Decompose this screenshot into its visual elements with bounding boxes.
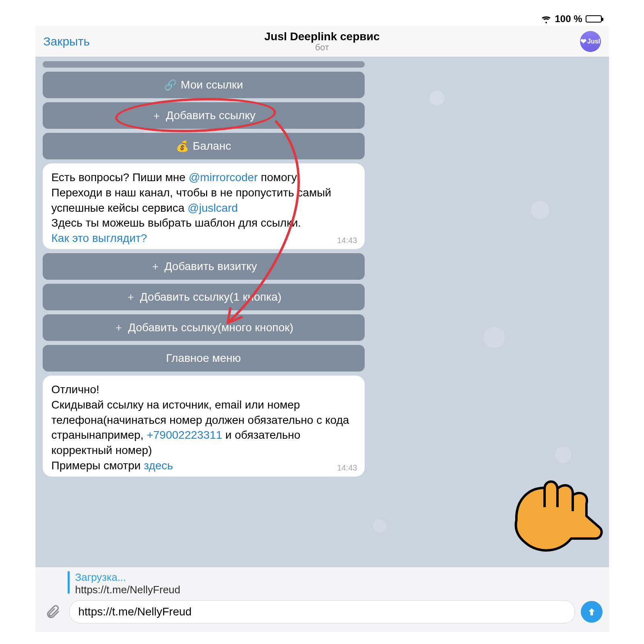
message-bubble: Отлично! Скидывай ссылку на источник, em… [43, 376, 365, 477]
inline-button-label: Мои ссылки [181, 78, 243, 91]
inline-button-main-menu[interactable]: Главное меню [43, 345, 365, 372]
inline-button-balance[interactable]: 💰 Баланс [43, 133, 365, 159]
inline-button-label: Баланс [193, 140, 231, 153]
inline-button-my-links[interactable]: 🔗 Мои ссылки [43, 72, 365, 98]
plus-icon: ＋ [114, 320, 124, 334]
status-bar: 100 % [35, 12, 609, 26]
plus-icon: ＋ [150, 259, 161, 273]
bubble-partial [43, 61, 365, 68]
message-text: помогу [261, 171, 297, 184]
link-icon: 🔗 [164, 79, 177, 91]
close-button[interactable]: Закрыть [43, 35, 90, 48]
plus-icon: ＋ [126, 290, 136, 304]
avatar-label: Jusl [587, 38, 600, 45]
message-input-value: https://t.me/NellyFreud [78, 605, 192, 618]
inline-button-label: Добавить визитку [165, 260, 257, 273]
timestamp: 14:43 [337, 235, 357, 246]
message-link[interactable]: здесь [144, 459, 173, 472]
paperclip-icon [45, 604, 61, 620]
reply-title: Загрузка... [75, 571, 181, 584]
avatar[interactable]: ❤ Jusl [580, 31, 601, 52]
message-link[interactable]: Как это выглядит? [52, 232, 147, 244]
battery-percent: 100 % [555, 13, 582, 25]
message-text: Примеры смотри [52, 459, 144, 472]
inline-button-add-link-many[interactable]: ＋ Добавить ссылку(много кнопок) [43, 314, 365, 341]
timestamp: 14:43 [337, 462, 357, 473]
annotation-pointer-hand-icon [500, 460, 605, 564]
arrow-up-icon [586, 607, 597, 617]
battery-icon [586, 15, 602, 23]
inline-button-label: Добавить ссылку [166, 109, 256, 122]
chat-body[interactable]: 🔗 Мои ссылки ＋ Добавить ссылку 💰 Баланс … [35, 57, 609, 567]
reply-bar [68, 571, 70, 594]
moneybag-icon: 💰 [176, 140, 189, 153]
input-footer: Загрузка... https://t.me/NellyFreud http… [35, 567, 609, 632]
reply-subtitle: https://t.me/NellyFreud [75, 584, 181, 596]
inline-button-add-card[interactable]: ＋ Добавить визитку [43, 253, 365, 280]
mention-link[interactable]: @mirrorcoder [189, 171, 258, 184]
plus-icon: ＋ [151, 109, 162, 123]
inline-button-label: Главное меню [166, 352, 241, 365]
message-text: Здесь ты можешь выбрать шаблон для ссылк… [52, 215, 356, 231]
reply-preview[interactable]: Загрузка... https://t.me/NellyFreud [35, 567, 609, 599]
message-bubble: Есть вопросы? Пиши мне @mirrorcoder помо… [43, 163, 365, 249]
inline-button-label: Добавить ссылку(много кнопок) [128, 321, 293, 334]
send-button[interactable] [581, 601, 603, 623]
wifi-icon [541, 14, 551, 24]
mention-link[interactable]: @juslcard [188, 202, 238, 214]
phone-link[interactable]: +79002223311 [147, 429, 222, 441]
message-text: Отлично! [52, 382, 356, 397]
telegram-chat-window: 100 % Закрыть Jusl Deeplink сервис бот ❤… [35, 12, 609, 632]
chat-header: Закрыть Jusl Deeplink сервис бот ❤ Jusl [35, 26, 609, 57]
inline-button-add-link-one[interactable]: ＋ Добавить ссылку(1 кнопка) [43, 284, 365, 310]
attach-button[interactable] [42, 601, 64, 623]
message-text: Есть вопросы? Пиши мне [52, 171, 189, 184]
chat-title: Jusl Deeplink сервис [35, 30, 609, 43]
inline-button-add-link[interactable]: ＋ Добавить ссылку [43, 102, 365, 129]
bird-icon: ❤ [580, 37, 586, 46]
chat-subtitle: бот [35, 42, 609, 53]
message-input[interactable]: https://t.me/NellyFreud [69, 600, 575, 623]
inline-button-label: Добавить ссылку(1 кнопка) [140, 291, 281, 303]
